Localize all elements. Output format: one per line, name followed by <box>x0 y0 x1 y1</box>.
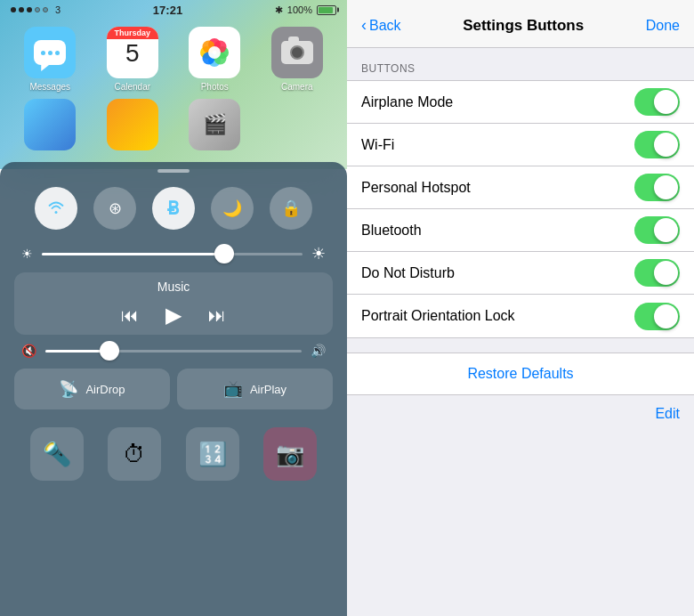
cc-flashlight-button[interactable]: 🔦 <box>30 427 84 481</box>
carrier-label: 3 <box>55 4 61 15</box>
restore-defaults-button[interactable]: Restore Defaults <box>347 353 694 395</box>
wifi-toggle-thumb <box>654 133 678 157</box>
partial-app-1 <box>24 99 76 150</box>
timer-icon: ⏱ <box>123 441 146 468</box>
cc-prev-button[interactable]: ⏮ <box>121 305 139 326</box>
dnd-toggle-thumb <box>654 261 678 285</box>
photos-label: Photos <box>201 82 229 92</box>
cc-camera-quick-button[interactable]: 📷 <box>263 427 317 481</box>
signal-dot-4 <box>35 7 40 12</box>
app-icon-messages[interactable]: Messages <box>19 27 81 92</box>
app-icon-calendar[interactable]: Thursday 5 Calendar <box>101 27 164 92</box>
bluetooth-toggle-thumb <box>654 218 678 242</box>
app-icons-row-1: Messages Thursday 5 Calendar <box>0 20 347 95</box>
cc-music-controls: ⏮ ▶ ⏭ <box>28 303 319 328</box>
hotspot-toggle[interactable] <box>634 174 680 201</box>
orientation-lock-toggle[interactable] <box>634 303 680 330</box>
dnd-label: Do Not Disturb <box>361 265 455 281</box>
signal-dot-1 <box>11 7 16 12</box>
hotspot-label: Personal Hotspot <box>361 180 471 196</box>
cc-bluetooth-toggle[interactable]: Ƀ <box>152 187 195 230</box>
battery-fill <box>319 7 333 13</box>
cc-airplay-button[interactable]: 📺 AirPlay <box>177 369 333 409</box>
wifi-svg <box>46 197 66 216</box>
left-panel: 3 17:21 ✱ 100% <box>0 0 347 616</box>
signal-dot-3 <box>27 7 32 12</box>
right-panel: ‹ Back Settings Buttons Done BUTTONS Air… <box>347 0 694 616</box>
flashlight-icon: 🔦 <box>43 441 71 468</box>
app-icon-partial-1[interactable] <box>19 99 81 163</box>
settings-row-wifi: Wi-Fi <box>347 124 694 166</box>
brightness-slider-fill <box>42 253 224 255</box>
airplay-icon: 📺 <box>223 379 243 399</box>
airplane-mode-toggle-thumb <box>654 90 678 114</box>
msg-dot-3 <box>55 51 60 55</box>
calendar-label: Calendar <box>114 82 150 92</box>
messages-icon <box>24 27 76 78</box>
orientation-lock-toggle-thumb <box>654 304 678 328</box>
edit-button[interactable]: Edit <box>655 406 680 422</box>
status-right: ✱ 100% <box>275 4 336 16</box>
app-icon-photos[interactable]: Photos <box>183 27 246 92</box>
brightness-high-icon: ☀ <box>311 244 326 263</box>
homescreen: 3 17:21 ✱ 100% <box>0 0 347 169</box>
settings-row-bluetooth: Bluetooth <box>347 209 694 252</box>
partial-app-4 <box>271 99 323 150</box>
dnd-toggle[interactable] <box>634 259 680 287</box>
photos-icon <box>189 27 240 78</box>
control-center-handle <box>157 169 190 173</box>
cc-volume-row: 🔇 🔊 <box>0 338 347 363</box>
airplane-mode-label: Airplane Mode <box>361 94 453 110</box>
cc-dnd-toggle[interactable]: 🌙 <box>211 187 254 230</box>
cc-calculator-button[interactable]: 🔢 <box>186 427 239 481</box>
calendar-icon: Thursday 5 <box>107 27 158 78</box>
rotation-lock-icon: 🔒 <box>281 199 301 218</box>
partial-app-2 <box>107 99 158 150</box>
airplane-mode-toggle[interactable] <box>634 88 680 116</box>
airplay-label: AirPlay <box>250 383 286 396</box>
chain-icon: ⊛ <box>109 199 122 218</box>
app-icon-camera[interactable]: Camera <box>266 27 328 92</box>
volume-high-icon: 🔊 <box>311 344 326 358</box>
msg-dot-1 <box>41 51 45 55</box>
volume-low-icon: 🔇 <box>21 344 36 358</box>
msg-dot-2 <box>48 51 52 55</box>
moon-icon: 🌙 <box>222 199 242 218</box>
calendar-day: 5 <box>125 41 140 66</box>
cc-quick-actions: 🔦 ⏱ 🔢 📷 <box>0 418 347 490</box>
cc-chain-toggle[interactable]: ⊛ <box>93 187 136 230</box>
volume-slider-thumb[interactable] <box>100 341 119 361</box>
photos-app-icon-img <box>189 27 240 78</box>
cc-wifi-toggle[interactable] <box>35 187 77 230</box>
signal-dot-5 <box>43 7 48 12</box>
camera-bump <box>288 36 299 42</box>
bluetooth-toggle[interactable] <box>634 216 680 244</box>
brightness-slider-thumb[interactable] <box>214 244 234 263</box>
wifi-toggle[interactable] <box>634 131 680 158</box>
svg-point-8 <box>208 46 221 59</box>
brightness-low-icon: ☀ <box>21 247 33 261</box>
control-center: ⊛ Ƀ 🌙 🔒 ☀ ☀ Music <box>0 162 347 616</box>
volume-slider-track[interactable] <box>45 350 302 353</box>
calendar-month-header: Thursday <box>107 27 158 39</box>
cc-play-button[interactable]: ▶ <box>165 303 182 328</box>
airdrop-icon: 📡 <box>59 379 78 399</box>
cc-timer-button[interactable]: ⏱ <box>108 427 161 481</box>
cc-rotation-toggle[interactable]: 🔒 <box>270 187 312 230</box>
cc-toggles-row: ⊛ Ƀ 🌙 🔒 <box>0 178 347 239</box>
bluetooth-label: Bluetooth <box>361 223 422 239</box>
cc-airdrop-button[interactable]: 📡 AirDrop <box>14 369 170 409</box>
brightness-slider-track[interactable] <box>42 253 303 255</box>
calculator-icon: 🔢 <box>198 441 227 468</box>
back-chevron-icon: ‹ <box>361 16 367 35</box>
nav-back-button[interactable]: ‹ Back <box>361 16 401 35</box>
cc-next-button[interactable]: ⏭ <box>208 305 226 326</box>
app-icon-partial-4[interactable] <box>266 99 328 163</box>
app-icon-partial-2[interactable] <box>101 99 164 163</box>
app-icon-partial-3[interactable]: 🎬 <box>183 99 246 163</box>
message-dots <box>41 51 60 55</box>
settings-row-orientation-lock: Portrait Orientation Lock <box>347 295 694 337</box>
nav-done-button[interactable]: Done <box>646 18 680 34</box>
wifi-icon <box>46 197 66 221</box>
camera-app-icon-img <box>271 27 323 78</box>
